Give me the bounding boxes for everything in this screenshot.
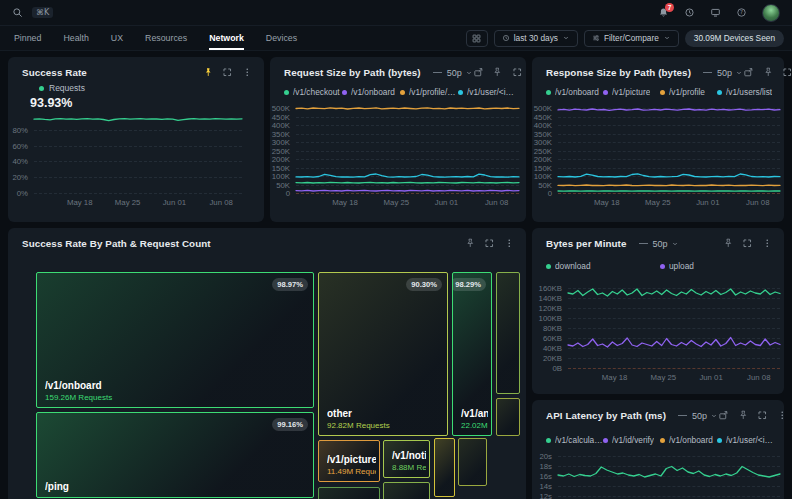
chart-canvas xyxy=(532,57,784,197)
search-icon[interactable] xyxy=(12,7,23,18)
history-clock-icon[interactable] xyxy=(684,7,695,18)
x-axis-label: Jun 01 xyxy=(688,198,728,207)
chevron-down-icon xyxy=(663,34,671,42)
series-line xyxy=(296,182,519,183)
series-line xyxy=(558,467,780,478)
tile-path: /v1/ana... xyxy=(461,408,488,419)
chart-canvas xyxy=(532,228,784,372)
success-rate-badge: 98.29% xyxy=(452,278,486,291)
response-size-line-chart: 500K450K400K350K300K250K200K150K100K50K0… xyxy=(532,57,784,222)
topbar-icons: 7 xyxy=(658,4,780,22)
success-rate-badge: 98.97% xyxy=(272,278,308,291)
tile-path: other xyxy=(327,408,444,419)
tile-label: /v1/onboard159.26M Requests xyxy=(45,380,310,402)
nav-controls: last 30 days Filter/Compare 30.09M Devic… xyxy=(466,30,784,47)
notification-badge: 7 xyxy=(665,3,674,12)
x-axis-label: Jun 08 xyxy=(201,198,241,207)
tile-path: /ping xyxy=(45,481,310,492)
filter-compare-label: Filter/Compare xyxy=(604,33,659,43)
success-rate-line-chart: 80%60%40%20%0%May 18May 25Jun 01Jun 08 xyxy=(8,57,264,222)
tab-health[interactable]: Health xyxy=(63,26,88,50)
x-axis-label: Jun 01 xyxy=(691,373,731,382)
x-axis-label: May 18 xyxy=(587,198,627,207)
success-rate-badge: 99.16% xyxy=(272,418,308,431)
treemap-tile[interactable] xyxy=(496,398,520,436)
treemap-tile[interactable]: 98.29%/v1/ana...22.02M Re... xyxy=(452,272,492,436)
chart-canvas xyxy=(8,57,246,197)
series-line xyxy=(568,338,780,348)
series-line xyxy=(296,108,519,109)
x-axis-label: May 18 xyxy=(60,198,100,207)
card-response-size: Response Size by Path (bytes) 50p /v1/on… xyxy=(532,57,784,222)
tile-request-count: 92.82M Requests xyxy=(327,421,444,430)
treemap-tile[interactable] xyxy=(458,438,487,486)
card-api-latency: API Latency by Path (ms) 50p /v1/calcula… xyxy=(532,400,784,499)
tab-devices[interactable]: Devices xyxy=(266,26,297,50)
tile-request-count: 11.49M Requests xyxy=(327,467,376,476)
treemap-tile[interactable]: /v1/notifi...8.88M Requ... xyxy=(383,440,430,478)
card-success-by-path: Success Rate By Path & Request Count 98.… xyxy=(8,228,526,499)
clock-icon xyxy=(502,34,510,42)
grid-icon xyxy=(471,33,482,44)
kebab-menu-icon[interactable] xyxy=(504,238,515,249)
tile-path: /v1/onboard xyxy=(45,380,310,391)
filter-compare-button[interactable]: Filter/Compare xyxy=(584,30,679,47)
treemap-tile[interactable] xyxy=(434,438,455,497)
bytes-per-minute-line-chart: 160KB140KB120KB100KB80KB60KB40KB20KB0BMa… xyxy=(532,228,784,394)
sliders-icon xyxy=(592,34,600,42)
layout-grid-button[interactable] xyxy=(466,30,488,47)
expand-icon[interactable] xyxy=(484,238,495,249)
series-line xyxy=(558,109,780,110)
notifications-button[interactable]: 7 xyxy=(658,7,669,18)
tile-request-count: 8.88M Requ... xyxy=(392,463,426,472)
nav-bar: Pinned Health UX Resources Network Devic… xyxy=(0,26,792,51)
treemap-tile[interactable] xyxy=(496,272,520,394)
treemap-tile[interactable]: 99.16%/ping xyxy=(36,412,314,498)
pin-icon[interactable] xyxy=(465,238,476,249)
tile-label: /ping xyxy=(45,481,310,492)
series-line xyxy=(568,289,780,296)
treemap-tile[interactable]: 98.97%/v1/onboard159.26M Requests xyxy=(36,272,314,408)
tab-network[interactable]: Network xyxy=(209,26,244,50)
tab-pinned[interactable]: Pinned xyxy=(14,26,41,50)
tile-path: /v1/notifi... xyxy=(392,450,426,461)
chart-canvas xyxy=(270,57,523,197)
api-latency-line-chart: 20s18s16s14s12sMay 18May 25Jun 01Jun 08 xyxy=(532,400,784,499)
tab-resources[interactable]: Resources xyxy=(145,26,187,50)
x-axis-label: Jun 08 xyxy=(738,198,778,207)
x-axis-label: Jun 08 xyxy=(739,373,779,382)
x-axis-label: Jun 01 xyxy=(154,198,194,207)
tab-ux[interactable]: UX xyxy=(111,26,123,50)
time-range-value: last 30 days xyxy=(514,33,558,43)
search-shortcut-chip[interactable]: ⌘K xyxy=(32,7,53,18)
x-axis-label: May 18 xyxy=(595,373,635,382)
x-axis-label: Jun 01 xyxy=(427,198,467,207)
chevron-down-icon xyxy=(562,34,570,42)
devices-seen-badge[interactable]: 30.09M Devices Seen xyxy=(685,30,784,47)
user-avatar[interactable] xyxy=(762,4,780,22)
card-bytes-per-minute: Bytes per Minute 50p downloadupload 160K… xyxy=(532,228,784,394)
x-axis-label: May 25 xyxy=(643,373,683,382)
treemap-tile[interactable] xyxy=(383,482,430,499)
card-success-rate: Success Rate Requests 93.93% 80%60%40%20… xyxy=(8,57,264,222)
success-rate-badge: 90.30% xyxy=(406,278,442,291)
series-line xyxy=(558,174,780,177)
x-axis-label: May 18 xyxy=(325,198,365,207)
nav-tabs: Pinned Health UX Resources Network Devic… xyxy=(14,26,297,50)
card-header: Success Rate By Path & Request Count xyxy=(8,228,526,249)
treemap-tile[interactable] xyxy=(318,487,380,499)
x-axis-label: May 25 xyxy=(108,198,148,207)
help-icon[interactable] xyxy=(736,7,747,18)
display-icon[interactable] xyxy=(710,7,721,18)
tile-label: /v1/ana...22.02M Re... xyxy=(461,408,488,430)
series-line xyxy=(296,174,519,177)
tile-path: /v1/picture xyxy=(327,454,376,465)
treemap: 98.97%/v1/onboard159.26M Requests99.16%/… xyxy=(36,272,520,499)
treemap-tile[interactable]: 90.30%other92.82M Requests xyxy=(318,272,448,436)
card-title: Success Rate By Path & Request Count xyxy=(22,238,211,249)
x-axis-label: Jun 08 xyxy=(477,198,517,207)
topbar: ⌘K 7 xyxy=(0,0,792,26)
series-line xyxy=(558,185,780,186)
time-range-dropdown[interactable]: last 30 days xyxy=(494,30,578,47)
treemap-tile[interactable]: /v1/picture11.49M Requests xyxy=(318,440,380,482)
